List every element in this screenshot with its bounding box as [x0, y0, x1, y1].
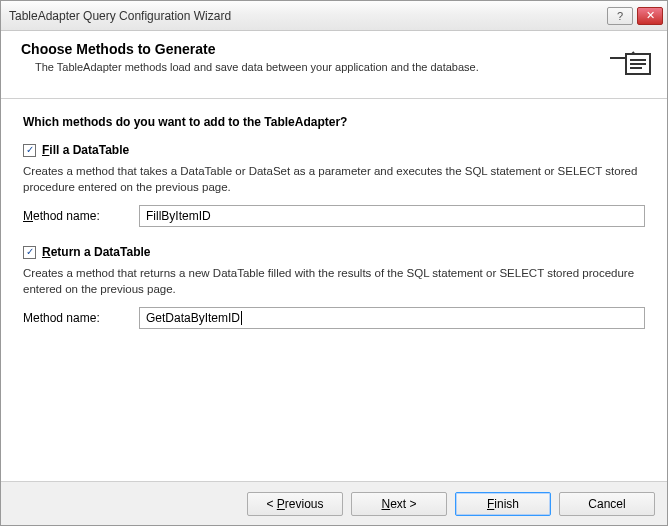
next-button[interactable]: Next > — [351, 492, 447, 516]
prompt-text: Which methods do you want to add to the … — [23, 115, 645, 129]
text-cursor — [241, 311, 242, 325]
fill-checkbox-label[interactable]: Fill a DataTable — [42, 143, 129, 157]
return-checkbox-label[interactable]: Return a DataTable — [42, 245, 150, 259]
return-description: Creates a method that returns a new Data… — [23, 265, 645, 297]
finish-button[interactable]: Finish — [455, 492, 551, 516]
fill-description: Creates a method that takes a DataTable … — [23, 163, 645, 195]
fill-checkbox-row: ✓ Fill a DataTable — [23, 143, 645, 157]
close-button[interactable]: ✕ — [637, 7, 663, 25]
return-checkbox[interactable]: ✓ — [23, 246, 36, 259]
wizard-icon — [605, 41, 653, 81]
wizard-content: Which methods do you want to add to the … — [1, 99, 667, 481]
fill-checkbox[interactable]: ✓ — [23, 144, 36, 157]
titlebar: TableAdapter Query Configuration Wizard … — [1, 1, 667, 31]
return-method-row: Method name: GetDataByItemID — [23, 307, 645, 329]
titlebar-buttons: ? ✕ — [607, 7, 667, 25]
fill-method-label: Method name: — [23, 209, 139, 223]
window-title: TableAdapter Query Configuration Wizard — [9, 9, 607, 23]
page-subtitle: The TableAdapter methods load and save d… — [21, 61, 605, 73]
fill-method-input[interactable] — [139, 205, 645, 227]
help-button[interactable]: ? — [607, 7, 633, 25]
cancel-button[interactable]: Cancel — [559, 492, 655, 516]
page-title: Choose Methods to Generate — [21, 41, 605, 57]
wizard-footer: < Previous Next > Finish Cancel — [1, 481, 667, 525]
previous-button[interactable]: < Previous — [247, 492, 343, 516]
wizard-header: Choose Methods to Generate The TableAdap… — [1, 31, 667, 99]
return-method-input[interactable]: GetDataByItemID — [139, 307, 645, 329]
return-checkbox-row: ✓ Return a DataTable — [23, 245, 645, 259]
return-method-label: Method name: — [23, 311, 139, 325]
fill-method-row: Method name: — [23, 205, 645, 227]
